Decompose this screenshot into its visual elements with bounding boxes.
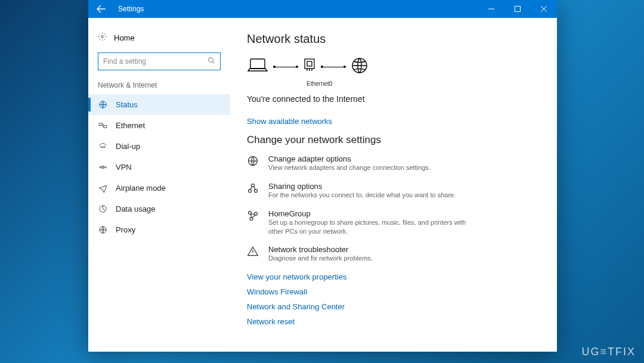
titlebar: Settings <box>88 0 557 18</box>
sidebar-item-datausage[interactable]: Data usage <box>88 198 230 219</box>
svg-point-6 <box>100 147 101 148</box>
option-sharing[interactable]: Sharing options For the networks you con… <box>247 182 473 200</box>
dialup-icon <box>98 142 107 151</box>
data-usage-icon <box>98 204 107 213</box>
svg-point-21 <box>255 190 258 193</box>
option-troubleshooter[interactable]: Network troubleshooter Diagnose and fix … <box>247 245 473 263</box>
sidebar-section-label: Network & Internet <box>88 76 230 94</box>
section-title: Change your network settings <box>247 134 540 146</box>
option-desc: For the networks you connect to, decide … <box>268 191 456 200</box>
link-sharing-center[interactable]: Network and Sharing Center <box>247 302 540 311</box>
option-title: Change adapter options <box>268 154 431 163</box>
option-desc: Diagnose and fix network problems. <box>268 254 373 263</box>
svg-rect-14 <box>250 59 265 69</box>
link-properties[interactable]: View your network properties <box>247 272 540 281</box>
airplane-icon <box>98 184 107 193</box>
adapter-icon <box>303 58 316 76</box>
gear-icon <box>98 32 107 43</box>
network-diagram <box>247 57 540 77</box>
link-firewall[interactable]: Windows Firewall <box>247 287 540 296</box>
connection-line <box>322 67 345 67</box>
laptop-icon <box>247 57 268 76</box>
close-button[interactable] <box>531 0 557 18</box>
troubleshoot-icon <box>247 245 260 263</box>
globe-icon <box>351 57 369 77</box>
sidebar-item-proxy[interactable]: Proxy <box>88 219 230 240</box>
search-input[interactable] <box>103 57 208 66</box>
sidebar-item-label: Airplane mode <box>116 184 166 193</box>
sidebar-item-status[interactable]: Status <box>88 94 230 115</box>
home-nav[interactable]: Home <box>88 32 230 52</box>
adapter-options-icon <box>247 154 260 172</box>
svg-point-2 <box>209 58 213 63</box>
sidebar-item-label: Status <box>116 100 138 109</box>
svg-point-9 <box>99 166 101 168</box>
option-adapter[interactable]: Change adapter options View network adap… <box>247 154 473 172</box>
back-button[interactable] <box>88 0 114 18</box>
svg-rect-0 <box>515 7 521 12</box>
option-title: HomeGroup <box>268 209 473 218</box>
svg-point-20 <box>249 190 252 193</box>
option-title: Sharing options <box>268 182 456 191</box>
svg-point-8 <box>104 147 105 148</box>
window-title: Settings <box>114 5 144 13</box>
option-title: Network troubleshooter <box>268 245 373 254</box>
connection-line <box>274 67 297 67</box>
option-desc: Set up a homegroup to share pictures, mu… <box>268 218 473 236</box>
adapter-label: Ethernet0 <box>306 80 540 87</box>
main-content: Network status Ethernet0 You're connecte… <box>230 18 557 352</box>
sidebar-item-airplane[interactable]: Airplane mode <box>88 178 230 198</box>
svg-point-7 <box>102 147 103 148</box>
option-desc: View network adapters and change connect… <box>268 163 431 172</box>
sidebar-item-label: Proxy <box>116 225 135 234</box>
bottom-links: View your network properties Windows Fir… <box>247 272 540 326</box>
sidebar-item-vpn[interactable]: VPN <box>88 157 230 178</box>
settings-window: Settings Home <box>88 0 557 352</box>
ethernet-icon <box>98 121 107 130</box>
svg-rect-16 <box>307 61 312 66</box>
sidebar-item-label: Dial-up <box>116 142 140 151</box>
status-icon <box>98 100 107 109</box>
search-icon <box>208 57 215 66</box>
sidebar-item-ethernet[interactable]: Ethernet <box>88 115 230 136</box>
sidebar-item-dialup[interactable]: Dial-up <box>88 136 230 157</box>
sidebar-item-label: Ethernet <box>116 121 145 130</box>
proxy-icon <box>98 225 107 234</box>
maximize-button[interactable] <box>504 0 531 18</box>
connection-status: You're connected to the Internet <box>247 94 540 104</box>
minimize-button[interactable] <box>478 0 504 18</box>
sidebar-item-label: Data usage <box>116 204 156 213</box>
sidebar: Home Network & Internet Status <box>88 18 230 352</box>
search-input-container[interactable] <box>98 52 221 70</box>
link-network-reset[interactable]: Network reset <box>247 317 540 326</box>
option-homegroup[interactable]: HomeGroup Set up a homegroup to share pi… <box>247 209 473 236</box>
sidebar-item-label: VPN <box>116 163 132 172</box>
svg-rect-15 <box>305 59 314 69</box>
svg-point-1 <box>101 36 104 38</box>
svg-rect-4 <box>99 123 102 126</box>
svg-rect-11 <box>102 166 104 169</box>
home-label: Home <box>114 33 135 42</box>
svg-point-10 <box>104 166 106 168</box>
homegroup-icon <box>247 209 260 236</box>
sharing-icon <box>247 182 260 200</box>
svg-rect-5 <box>103 126 106 128</box>
vpn-icon <box>98 163 107 172</box>
page-title: Network status <box>247 32 540 46</box>
watermark: UG≡TFIX <box>581 346 636 358</box>
show-networks-link[interactable]: Show available networks <box>247 117 540 126</box>
